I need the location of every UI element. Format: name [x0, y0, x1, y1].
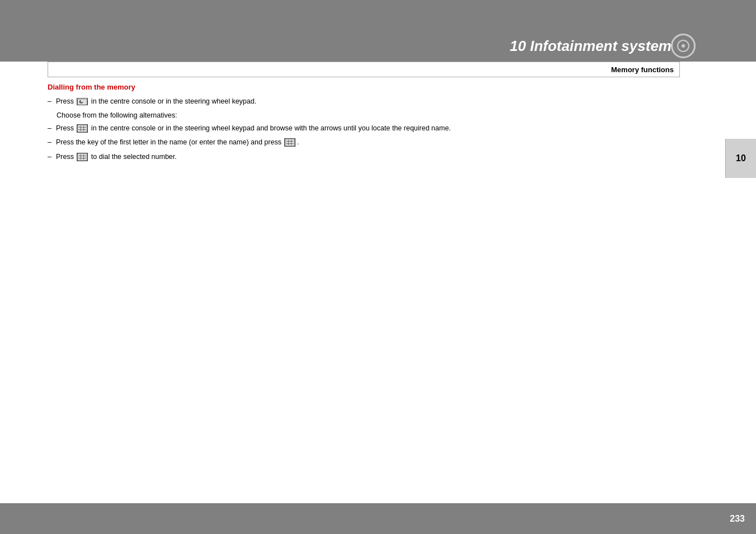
bullet-dash-2: – [48, 124, 51, 134]
bullet-item-2: – Press in the centre console or in the … [48, 124, 635, 134]
main-content: Dialling from the memory – Press in the … [48, 83, 635, 166]
chapter-title-area: 10 Infotainment system [0, 31, 683, 62]
svg-rect-11 [78, 153, 87, 161]
dialling-heading: Dialling from the memory [48, 83, 635, 91]
bullet-text-1: Press in the centre console or in the st… [56, 97, 635, 107]
bullet-dash-4: – [48, 152, 51, 162]
chapter-title: 10 Infotainment system [510, 38, 672, 55]
chapter-tab: 10 [725, 139, 756, 178]
header-icon [671, 34, 696, 58]
grid-icon-2 [77, 124, 88, 133]
bullet-text-3: Press the key of the first letter in the… [56, 138, 635, 148]
bullet-text-2: Press in the centre console or in the st… [56, 124, 635, 134]
bullet-item-3: – Press the key of the first letter in t… [48, 138, 635, 148]
header-icon-dot [682, 44, 685, 48]
section-header-text: Memory functions [611, 65, 674, 74]
footer-bar: 233 [0, 503, 756, 534]
choose-text: Choose from the following alternatives: [57, 111, 635, 119]
section-header: Memory functions [48, 62, 680, 77]
bullet-dash-3: – [48, 138, 51, 148]
phone-icon-1 [77, 98, 88, 105]
bullet-dash-1: – [48, 97, 51, 107]
header-icon-inner [677, 40, 689, 52]
chapter-tab-number: 10 [736, 153, 746, 163]
grid-icon-3 [284, 138, 295, 147]
bullet-text-4: Press to dial the selected number. [56, 152, 635, 162]
page-container: 10 Infotainment system Memory functions … [0, 0, 756, 534]
page-number: 233 [730, 514, 745, 524]
svg-rect-1 [78, 125, 87, 132]
bullet-item-4: – Press to dial the selected number. [48, 152, 635, 162]
bullet-item-1: – Press in the centre console or in the … [48, 97, 635, 107]
svg-rect-6 [285, 139, 295, 146]
grid-icon-4 [77, 153, 88, 161]
